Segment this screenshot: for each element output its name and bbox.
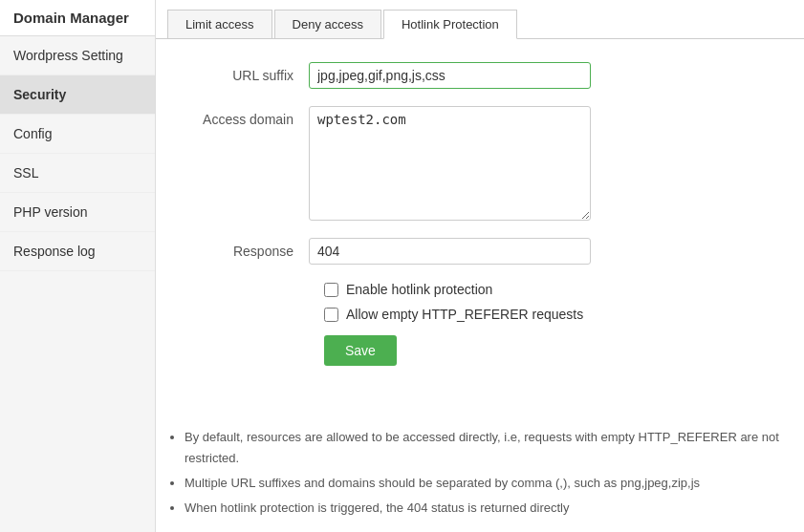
- tab-hotlink-protection[interactable]: Hotlink Protection: [383, 10, 517, 39]
- tab-limit-access[interactable]: Limit access: [167, 10, 272, 38]
- access-domain-input[interactable]: wptest2.com: [309, 106, 591, 221]
- access-domain-row: Access domain wptest2.com: [185, 106, 775, 221]
- sidebar-item-response-log[interactable]: Response log: [0, 232, 155, 271]
- response-input[interactable]: [309, 238, 591, 265]
- sidebar-item-config[interactable]: Config: [0, 115, 155, 154]
- info-bullets: By default, resources are allowed to be …: [156, 427, 804, 532]
- sidebar: Domain Manager Wordpress Setting Securit…: [0, 0, 156, 532]
- url-suffix-row: URL suffix: [185, 62, 775, 89]
- allow-empty-referer-checkbox[interactable]: [324, 308, 338, 322]
- save-button[interactable]: Save: [324, 335, 397, 366]
- main-content: Limit access Deny access Hotlink Protect…: [156, 0, 804, 532]
- response-row: Response: [185, 238, 775, 265]
- allow-empty-referer-label: Allow empty HTTP_REFERER requests: [346, 307, 583, 322]
- sidebar-item-security[interactable]: Security: [0, 75, 155, 115]
- tab-bar: Limit access Deny access Hotlink Protect…: [156, 0, 804, 39]
- allow-empty-referer-row: Allow empty HTTP_REFERER requests: [324, 307, 775, 322]
- info-bullet-3: When hotlink protection is triggered, th…: [185, 498, 791, 519]
- access-domain-label: Access domain: [185, 106, 309, 127]
- sidebar-title: Domain Manager: [0, 0, 155, 36]
- url-suffix-label: URL suffix: [185, 62, 309, 83]
- tab-deny-access[interactable]: Deny access: [274, 10, 381, 38]
- info-bullet-2: Multiple URL suffixes and domains should…: [185, 473, 791, 494]
- sidebar-item-php-version[interactable]: PHP version: [0, 193, 155, 232]
- form-area: URL suffix Access domain wptest2.com Res…: [156, 39, 804, 427]
- enable-hotlink-label: Enable hotlink protection: [346, 282, 492, 297]
- info-bullet-1: By default, resources are allowed to be …: [185, 427, 791, 469]
- url-suffix-input[interactable]: [309, 62, 591, 89]
- save-button-row: Save: [324, 335, 775, 366]
- enable-hotlink-row: Enable hotlink protection: [324, 282, 775, 297]
- response-label: Response: [185, 238, 309, 259]
- sidebar-item-wordpress-setting[interactable]: Wordpress Setting: [0, 36, 155, 75]
- enable-hotlink-checkbox[interactable]: [324, 283, 338, 297]
- sidebar-item-ssl[interactable]: SSL: [0, 154, 155, 193]
